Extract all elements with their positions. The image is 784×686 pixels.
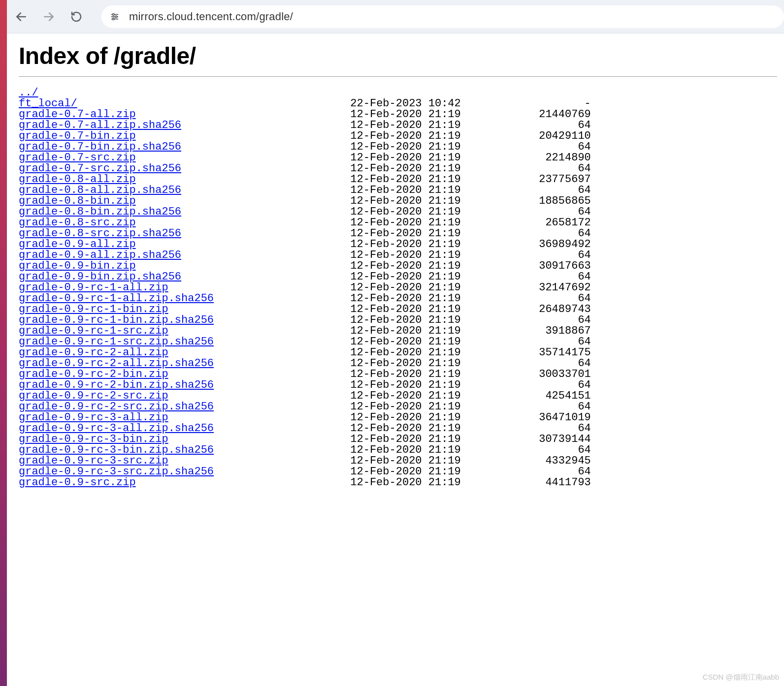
back-button[interactable]: [9, 4, 33, 29]
arrow-right-icon: [42, 10, 55, 23]
watermark-text: CSDN @烟雨江南aabb: [703, 673, 779, 682]
svg-point-7: [112, 18, 114, 20]
site-settings-icon[interactable]: [108, 10, 121, 23]
forward-button[interactable]: [36, 4, 61, 29]
divider: [19, 76, 777, 77]
os-accent-stripe: [0, 0, 7, 686]
svg-point-6: [115, 16, 117, 18]
browser-toolbar: mirrors.cloud.tencent.com/gradle/: [0, 0, 784, 33]
arrow-left-icon: [15, 10, 28, 23]
url-text: mirrors.cloud.tencent.com/gradle/: [129, 10, 293, 23]
reload-button[interactable]: [64, 4, 89, 29]
reload-icon: [70, 11, 82, 23]
file-link[interactable]: gradle-0.9-src.zip: [19, 476, 136, 489]
svg-point-5: [112, 13, 114, 15]
address-bar[interactable]: mirrors.cloud.tencent.com/gradle/: [101, 5, 784, 28]
page-title: Index of /gradle/: [19, 42, 777, 69]
page-content: Index of /gradle/ ../ ft_local/ 22-Feb-2…: [0, 33, 784, 488]
directory-listing: ../ ft_local/ 22-Feb-2023 10:42 - gradle…: [19, 88, 777, 488]
